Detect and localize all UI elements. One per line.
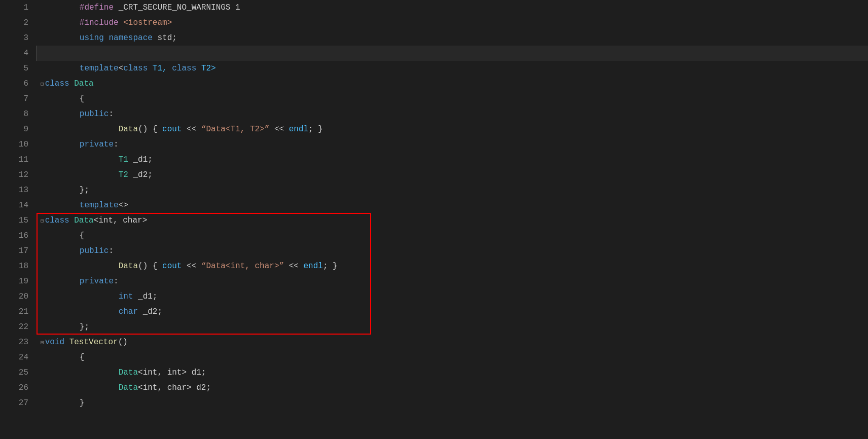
token: << (269, 125, 288, 134)
code-lines: #define _CRT_SECURE_NO_WARNINGS 1 #inclu… (37, 0, 868, 411)
line-number-24: 24 (0, 350, 28, 365)
code-line-8[interactable]: public: (37, 106, 868, 122)
line-number-14: 14 (0, 198, 28, 213)
token (41, 277, 80, 286)
line-number-15: 15 (0, 213, 28, 228)
line-number-19: 19 (0, 274, 28, 289)
token (41, 125, 119, 134)
token: private (80, 140, 114, 149)
line-number-6: 6 (0, 76, 28, 91)
token (41, 64, 80, 73)
code-line-22[interactable]: }; (37, 319, 868, 335)
code-line-14[interactable]: template<> (37, 198, 868, 213)
line-number-27: 27 (0, 395, 28, 411)
fold-icon[interactable]: ⊟ (41, 81, 44, 87)
code-line-7[interactable]: { (37, 91, 868, 106)
line-number-16: 16 (0, 228, 28, 243)
code-line-10[interactable]: private: (37, 137, 868, 152)
code-line-13[interactable]: }; (37, 182, 868, 198)
line-number-25: 25 (0, 365, 28, 380)
token: } (41, 398, 84, 408)
code-line-4[interactable] (37, 46, 868, 61)
token: ; } (308, 125, 323, 134)
token: #include (41, 18, 123, 27)
token: private (80, 277, 114, 286)
token: endl (289, 125, 308, 134)
code-line-26[interactable]: Data<int, char> d2; (37, 380, 868, 395)
token: public (80, 109, 109, 119)
token: T2> (196, 64, 215, 73)
token: <iostream> (123, 18, 172, 27)
token: _d2; (128, 170, 153, 179)
token: _CRT_SECURE_NO_WARNINGS (119, 3, 231, 12)
token: }; (41, 186, 89, 195)
token: <> (119, 201, 128, 210)
line-number-7: 7 (0, 91, 28, 106)
line-number-8: 8 (0, 106, 28, 122)
token (69, 216, 75, 225)
token (41, 368, 119, 377)
code-line-25[interactable]: Data<int, int> d1; (37, 365, 868, 380)
token: _d2; (138, 307, 162, 316)
code-line-20[interactable]: int _d1; (37, 289, 868, 304)
code-line-17[interactable]: public: (37, 243, 868, 259)
line-number-4: 4 (0, 46, 28, 61)
code-line-15[interactable]: ⊟class Data<int, char> (37, 213, 868, 228)
token: : (108, 109, 114, 119)
code-line-24[interactable]: { (37, 350, 868, 365)
token (41, 246, 80, 255)
token: : (114, 140, 119, 149)
token: 1 (230, 3, 240, 12)
code-content[interactable]: #define _CRT_SECURE_NO_WARNINGS 1 #inclu… (37, 0, 868, 439)
token (41, 170, 119, 179)
code-line-1[interactable]: #define _CRT_SECURE_NO_WARNINGS 1 (37, 0, 868, 15)
fold-icon[interactable]: ⊟ (41, 218, 44, 224)
code-line-9[interactable]: Data() { cout << “Data<T1, T2>” << endl;… (37, 122, 868, 137)
token: using (80, 33, 104, 43)
code-line-6[interactable]: ⊟class Data (37, 76, 868, 91)
line-number-11: 11 (0, 152, 28, 167)
line-number-22: 22 (0, 319, 28, 335)
code-line-27[interactable]: } (37, 395, 868, 411)
code-line-21[interactable]: char _d2; (37, 304, 868, 319)
token (41, 201, 80, 210)
code-line-2[interactable]: #include <iostream> (37, 15, 868, 30)
token (41, 33, 80, 43)
token: namespace (108, 33, 152, 43)
code-line-3[interactable]: using namespace std; (37, 30, 868, 46)
token: endl (304, 262, 323, 271)
code-line-23[interactable]: ⊟void TestVector() (37, 335, 868, 350)
token: int (119, 292, 133, 301)
token (64, 338, 69, 347)
token (41, 307, 119, 316)
code-line-11[interactable]: T1 _d1; (37, 152, 868, 167)
token: Data (119, 383, 138, 392)
token: T2 (119, 170, 128, 179)
token: : (114, 277, 119, 286)
token: T1 (119, 155, 128, 164)
token: () { (138, 262, 162, 271)
token: void (45, 338, 64, 347)
token: cout (162, 125, 182, 134)
token: () { (138, 125, 162, 134)
code-line-18[interactable]: Data() { cout << “Data<int, char>” << en… (37, 259, 868, 274)
token: { (41, 94, 84, 103)
fold-icon[interactable]: ⊟ (41, 340, 44, 346)
line-number-20: 20 (0, 289, 28, 304)
code-line-5[interactable]: template<class T1, class T2> (37, 61, 868, 76)
token: class (45, 79, 69, 88)
token: Data (69, 79, 94, 88)
token (41, 292, 119, 301)
code-line-16[interactable]: { (37, 228, 868, 243)
token: T1, (148, 64, 172, 73)
line-number-5: 5 (0, 61, 28, 76)
token: << (182, 125, 201, 134)
line-number-3: 3 (0, 30, 28, 46)
token: Data (119, 125, 138, 134)
token: ; } (323, 262, 338, 271)
code-line-12[interactable]: T2 _d2; (37, 167, 868, 182)
line-number-9: 9 (0, 122, 28, 137)
code-line-19[interactable]: private: (37, 274, 868, 289)
token: { (41, 231, 84, 240)
token: public (80, 246, 109, 255)
